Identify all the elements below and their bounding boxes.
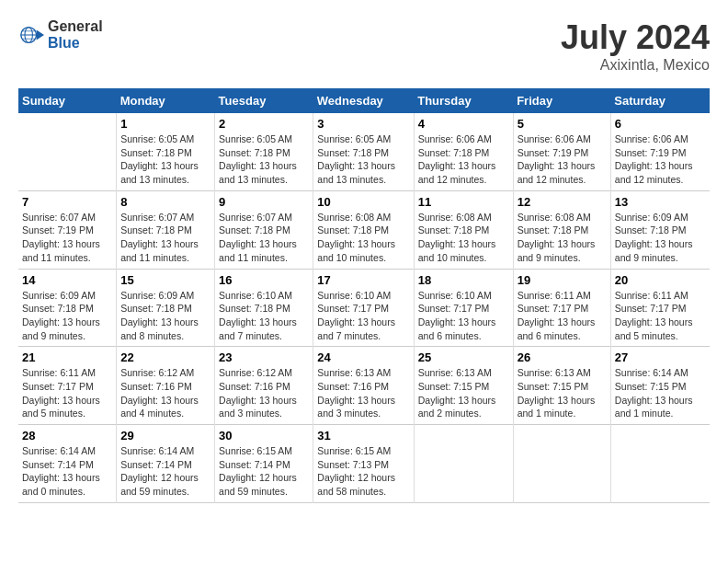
calendar-cell: 21Sunrise: 6:11 AM Sunset: 7:17 PM Dayli… xyxy=(18,347,117,425)
day-number: 7 xyxy=(22,195,112,209)
calendar-cell: 24Sunrise: 6:13 AM Sunset: 7:16 PM Dayli… xyxy=(313,347,414,425)
calendar-cell: 23Sunrise: 6:12 AM Sunset: 7:16 PM Dayli… xyxy=(215,347,313,425)
day-number: 28 xyxy=(22,429,112,442)
day-number: 4 xyxy=(418,117,509,131)
day-info: Sunrise: 6:05 AM Sunset: 7:18 PM Dayligh… xyxy=(219,132,309,187)
logo-blue: Blue xyxy=(48,35,103,52)
column-header-sunday: Sunday xyxy=(18,88,117,113)
day-number: 17 xyxy=(317,273,409,287)
calendar-cell: 15Sunrise: 6:09 AM Sunset: 7:18 PM Dayli… xyxy=(117,269,215,347)
calendar-cell: 31Sunrise: 6:15 AM Sunset: 7:13 PM Dayli… xyxy=(313,425,414,503)
day-info: Sunrise: 6:09 AM Sunset: 7:18 PM Dayligh… xyxy=(22,289,112,343)
day-info: Sunrise: 6:11 AM Sunset: 7:17 PM Dayligh… xyxy=(615,289,706,343)
day-number: 13 xyxy=(615,195,706,209)
day-number: 23 xyxy=(219,350,309,364)
day-info: Sunrise: 6:14 AM Sunset: 7:15 PM Dayligh… xyxy=(615,366,706,420)
calendar-cell: 7Sunrise: 6:07 AM Sunset: 7:19 PM Daylig… xyxy=(18,190,117,269)
calendar-cell: 22Sunrise: 6:12 AM Sunset: 7:16 PM Dayli… xyxy=(117,347,215,425)
calendar-cell xyxy=(610,425,710,503)
day-number: 16 xyxy=(219,273,309,287)
week-row-5: 28Sunrise: 6:14 AM Sunset: 7:14 PM Dayli… xyxy=(18,425,710,503)
day-number: 22 xyxy=(120,350,210,364)
day-info: Sunrise: 6:13 AM Sunset: 7:15 PM Dayligh… xyxy=(518,366,607,420)
day-number: 14 xyxy=(22,273,112,287)
day-number: 11 xyxy=(418,195,509,209)
column-header-thursday: Thursday xyxy=(414,88,513,113)
calendar-cell: 25Sunrise: 6:13 AM Sunset: 7:15 PM Dayli… xyxy=(414,347,513,425)
day-info: Sunrise: 6:13 AM Sunset: 7:16 PM Dayligh… xyxy=(317,366,409,420)
day-info: Sunrise: 6:05 AM Sunset: 7:18 PM Dayligh… xyxy=(317,132,409,187)
calendar-cell: 17Sunrise: 6:10 AM Sunset: 7:17 PM Dayli… xyxy=(313,269,414,347)
day-info: Sunrise: 6:06 AM Sunset: 7:18 PM Dayligh… xyxy=(418,132,509,187)
calendar-cell: 19Sunrise: 6:11 AM Sunset: 7:17 PM Dayli… xyxy=(513,269,610,347)
calendar-cell: 30Sunrise: 6:15 AM Sunset: 7:14 PM Dayli… xyxy=(215,425,313,503)
calendar-cell: 5Sunrise: 6:06 AM Sunset: 7:19 PM Daylig… xyxy=(513,113,610,190)
calendar-cell: 1Sunrise: 6:05 AM Sunset: 7:18 PM Daylig… xyxy=(117,113,215,190)
calendar-cell: 28Sunrise: 6:14 AM Sunset: 7:14 PM Dayli… xyxy=(18,425,117,503)
column-header-monday: Monday xyxy=(117,88,215,113)
day-number: 8 xyxy=(120,195,210,209)
calendar-cell: 8Sunrise: 6:07 AM Sunset: 7:18 PM Daylig… xyxy=(117,190,215,269)
day-number: 9 xyxy=(219,195,309,209)
day-number: 25 xyxy=(418,350,509,364)
day-number: 6 xyxy=(615,117,706,131)
day-number: 21 xyxy=(22,350,112,364)
column-header-tuesday: Tuesday xyxy=(215,88,313,113)
day-number: 18 xyxy=(418,273,509,287)
calendar-cell: 16Sunrise: 6:10 AM Sunset: 7:18 PM Dayli… xyxy=(215,269,313,347)
day-number: 10 xyxy=(317,195,409,209)
day-info: Sunrise: 6:15 AM Sunset: 7:13 PM Dayligh… xyxy=(317,444,409,499)
day-number: 24 xyxy=(317,350,409,364)
day-info: Sunrise: 6:06 AM Sunset: 7:19 PM Dayligh… xyxy=(615,132,706,187)
week-row-1: 1Sunrise: 6:05 AM Sunset: 7:18 PM Daylig… xyxy=(18,113,710,190)
month-title: July 2024 xyxy=(561,18,710,57)
day-info: Sunrise: 6:15 AM Sunset: 7:14 PM Dayligh… xyxy=(219,444,309,499)
calendar-cell: 10Sunrise: 6:08 AM Sunset: 7:18 PM Dayli… xyxy=(313,190,414,269)
column-header-friday: Friday xyxy=(513,88,610,113)
day-info: Sunrise: 6:13 AM Sunset: 7:15 PM Dayligh… xyxy=(418,366,509,420)
day-info: Sunrise: 6:10 AM Sunset: 7:17 PM Dayligh… xyxy=(317,289,409,343)
day-number: 1 xyxy=(120,117,210,131)
day-info: Sunrise: 6:10 AM Sunset: 7:18 PM Dayligh… xyxy=(219,289,309,343)
calendar-cell: 11Sunrise: 6:08 AM Sunset: 7:18 PM Dayli… xyxy=(414,190,513,269)
column-header-wednesday: Wednesday xyxy=(313,88,414,113)
logo-icon xyxy=(18,22,44,48)
calendar-cell: 14Sunrise: 6:09 AM Sunset: 7:18 PM Dayli… xyxy=(18,269,117,347)
day-info: Sunrise: 6:07 AM Sunset: 7:19 PM Dayligh… xyxy=(22,211,112,265)
calendar-cell: 3Sunrise: 6:05 AM Sunset: 7:18 PM Daylig… xyxy=(313,113,414,190)
day-number: 27 xyxy=(615,350,706,364)
day-number: 19 xyxy=(518,273,607,287)
day-info: Sunrise: 6:08 AM Sunset: 7:18 PM Dayligh… xyxy=(418,211,509,265)
location-title: Axixintla, Mexico xyxy=(561,57,710,74)
calendar-cell: 6Sunrise: 6:06 AM Sunset: 7:19 PM Daylig… xyxy=(610,113,710,190)
day-info: Sunrise: 6:11 AM Sunset: 7:17 PM Dayligh… xyxy=(22,366,112,420)
calendar-table: SundayMondayTuesdayWednesdayThursdayFrid… xyxy=(18,88,710,503)
day-info: Sunrise: 6:05 AM Sunset: 7:18 PM Dayligh… xyxy=(120,132,210,187)
calendar-cell xyxy=(18,113,117,190)
calendar-cell: 2Sunrise: 6:05 AM Sunset: 7:18 PM Daylig… xyxy=(215,113,313,190)
calendar-cell: 29Sunrise: 6:14 AM Sunset: 7:14 PM Dayli… xyxy=(117,425,215,503)
day-info: Sunrise: 6:11 AM Sunset: 7:17 PM Dayligh… xyxy=(518,289,607,343)
calendar-cell: 26Sunrise: 6:13 AM Sunset: 7:15 PM Dayli… xyxy=(513,347,610,425)
day-number: 20 xyxy=(615,273,706,287)
calendar-cell: 12Sunrise: 6:08 AM Sunset: 7:18 PM Dayli… xyxy=(513,190,610,269)
day-info: Sunrise: 6:07 AM Sunset: 7:18 PM Dayligh… xyxy=(120,211,210,265)
day-info: Sunrise: 6:14 AM Sunset: 7:14 PM Dayligh… xyxy=(22,444,112,499)
week-row-2: 7Sunrise: 6:07 AM Sunset: 7:19 PM Daylig… xyxy=(18,190,710,269)
day-info: Sunrise: 6:09 AM Sunset: 7:18 PM Dayligh… xyxy=(615,211,706,265)
calendar-cell xyxy=(513,425,610,503)
week-row-4: 21Sunrise: 6:11 AM Sunset: 7:17 PM Dayli… xyxy=(18,347,710,425)
day-info: Sunrise: 6:07 AM Sunset: 7:18 PM Dayligh… xyxy=(219,211,309,265)
week-row-3: 14Sunrise: 6:09 AM Sunset: 7:18 PM Dayli… xyxy=(18,269,710,347)
day-info: Sunrise: 6:14 AM Sunset: 7:14 PM Dayligh… xyxy=(120,444,210,499)
day-info: Sunrise: 6:08 AM Sunset: 7:18 PM Dayligh… xyxy=(518,211,607,265)
calendar-cell: 20Sunrise: 6:11 AM Sunset: 7:17 PM Dayli… xyxy=(610,269,710,347)
day-number: 31 xyxy=(317,429,409,442)
calendar-header: SundayMondayTuesdayWednesdayThursdayFrid… xyxy=(18,88,710,113)
day-info: Sunrise: 6:09 AM Sunset: 7:18 PM Dayligh… xyxy=(120,289,210,343)
day-number: 29 xyxy=(120,429,210,442)
day-number: 5 xyxy=(518,117,607,131)
logo: General Blue xyxy=(18,18,103,51)
day-info: Sunrise: 6:12 AM Sunset: 7:16 PM Dayligh… xyxy=(219,366,309,420)
column-header-saturday: Saturday xyxy=(610,88,710,113)
